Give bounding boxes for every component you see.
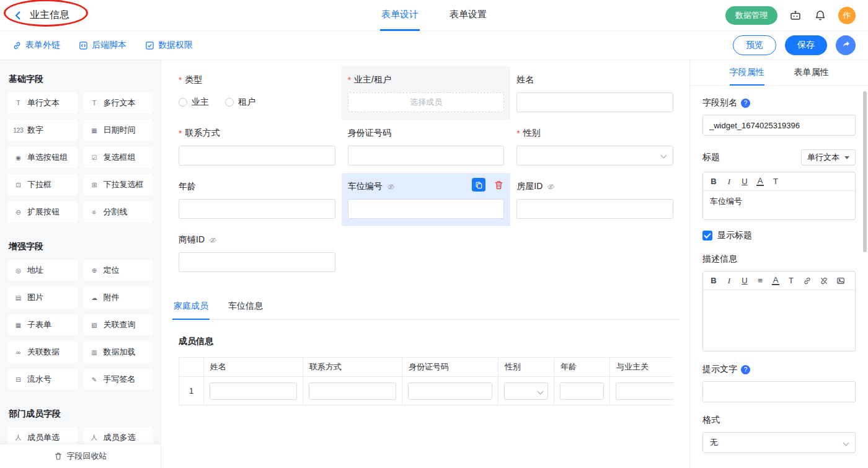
group-title-basic: 基础字段 [0,68,161,92]
scrollbar-thumb[interactable] [863,91,867,252]
idcard-input[interactable] [348,146,505,166]
name-input[interactable] [516,92,673,112]
field-item-select[interactable]: ⊡下拉框 [7,174,78,195]
field-item-checkbox-group[interactable]: ☑复选框组 [84,147,154,168]
format-select[interactable]: 无 [702,432,856,453]
field-recycle-bin[interactable]: 字段回收站 [0,444,161,468]
bell-icon[interactable] [813,9,827,22]
page-scrollbar[interactable] [862,60,868,468]
delete-field-button[interactable] [492,178,505,192]
field-item-linked-query[interactable]: ▧关联查询 [84,314,154,335]
tab-family-members[interactable]: 家庭成员 [172,294,210,320]
font-color-icon[interactable]: A [772,276,779,285]
data-manage-button[interactable]: 数据管理 [725,6,777,25]
italic-icon[interactable]: I [725,276,733,286]
field-item-datetime[interactable]: ▦日期时间 [84,120,154,141]
field-item-attachment[interactable]: ☁附件 [84,287,154,308]
form-field-parking-no[interactable]: 车位编号 [342,173,511,226]
field-item-multi-text[interactable]: T多行文本 [84,92,154,113]
tab-form-settings[interactable]: 表单设置 [448,0,488,31]
tab-form-properties[interactable]: 表单属性 [794,60,829,86]
back-icon[interactable] [12,10,24,21]
form-field-name[interactable]: 姓名 [510,66,680,120]
parking-no-input[interactable] [348,199,505,219]
field-item-image[interactable]: ▤图片 [7,287,78,308]
subform-header-row: 姓名 联系方式 身份证号码 性别 年龄 与业主关 [179,358,674,377]
house-id-input[interactable] [516,199,673,219]
field-item-single-text[interactable]: T单行文本 [7,92,78,113]
form-field-type[interactable]: *类型 业主 租户 [172,66,342,120]
field-item-divider[interactable]: ≡分割线 [84,201,154,223]
people-icon: 人 [89,433,100,442]
header-tabs: 表单设计 表单设置 [380,0,488,31]
contact-input[interactable] [179,146,335,166]
title-editor-content[interactable]: 车位编号 [703,191,855,219]
font-color-icon[interactable]: A [756,177,764,186]
subform-idcard-input[interactable] [408,382,492,400]
save-button[interactable]: 保存 [785,35,827,55]
backend-script-button[interactable]: 后端脚本 [79,40,126,51]
preview-button[interactable]: 预览 [733,35,776,55]
field-item-signature[interactable]: ✎手写签名 [84,369,154,390]
field-item-data-load[interactable]: ▥数据加载 [84,342,154,363]
subform-relation-input[interactable] [616,382,673,400]
form-field-contact[interactable]: *联系方式 [172,120,342,173]
member-picker[interactable]: 选择成员 [348,92,505,112]
form-field-idcard[interactable]: 身份证号码 [342,120,511,173]
field-item-radio-group[interactable]: ◉单选按钮组 [7,147,78,168]
field-item-address[interactable]: ◎地址 [7,260,78,281]
underline-icon[interactable]: U [741,276,748,285]
subform-name-input[interactable] [210,382,297,400]
bold-icon[interactable]: B [710,177,717,186]
tab-field-properties[interactable]: 字段属性 [730,60,764,86]
insert-image-icon[interactable] [836,276,845,285]
font-size-icon[interactable]: T [787,276,795,285]
title-editor-toolbar: B I U A T [703,172,855,191]
help-icon[interactable]: ? [741,99,750,108]
gender-select[interactable] [516,146,673,166]
subform-gender-select[interactable] [504,382,548,400]
help-icon[interactable]: ? [741,365,750,374]
field-item-multi-select[interactable]: ⊞下拉复选框 [84,174,154,195]
shop-id-input[interactable] [179,252,335,272]
tab-form-design[interactable]: 表单设计 [380,0,420,31]
avatar[interactable]: 作 [838,7,856,24]
form-field-house-id[interactable]: 房屋ID [510,173,680,226]
form-field-shop-id[interactable]: 商铺ID [172,226,342,280]
required-mark: * [179,128,182,138]
subform-contact-input[interactable] [309,382,396,400]
form-field-gender[interactable]: *性别 [510,120,680,173]
description-editor-content[interactable] [703,290,855,351]
share-button[interactable] [836,35,856,55]
title-type-select[interactable]: 单行文本 [801,149,856,166]
property-panel: 字段属性 表单属性 字段别名 ? 标题 单行文本 [689,60,868,468]
italic-icon[interactable]: I [725,177,733,187]
insert-link-icon[interactable] [803,276,812,285]
robot-icon[interactable] [789,9,802,22]
bold-icon[interactable]: B [710,276,717,285]
field-item-number[interactable]: 123数字 [7,120,78,141]
radio-tenant[interactable]: 租户 [225,97,255,108]
checkbox-checked-icon[interactable] [702,231,712,241]
underline-icon[interactable]: U [741,177,748,186]
form-field-owner[interactable]: *业主/租户 选择成员 [342,66,511,120]
tab-parking-info[interactable]: 车位信息 [227,294,264,320]
field-item-location[interactable]: ⊕定位 [84,260,154,281]
age-input[interactable] [179,199,335,219]
field-alias-input[interactable] [702,115,856,136]
list-icon[interactable]: ≡ [756,276,764,285]
form-field-age[interactable]: 年龄 [172,173,342,226]
remove-link-icon[interactable] [820,276,828,285]
field-item-subform[interactable]: ▦子表单 [7,314,78,335]
data-permission-button[interactable]: 数据权限 [145,40,193,51]
copy-field-button[interactable] [472,178,485,192]
field-item-serial-number[interactable]: ⊟流水号 [7,369,78,390]
field-item-linked-data[interactable]: ∞关联数据 [7,342,78,363]
radio-owner[interactable]: 业主 [179,97,209,108]
font-size-icon[interactable]: T [772,177,779,186]
show-title-checkbox-row[interactable]: 显示标题 [702,230,856,241]
external-link-button[interactable]: 表单外链 [12,40,60,51]
hint-text-input[interactable] [702,381,856,402]
field-item-extend-button[interactable]: ⊖扩展按钮 [7,201,78,223]
subform-age-input[interactable] [560,382,604,400]
